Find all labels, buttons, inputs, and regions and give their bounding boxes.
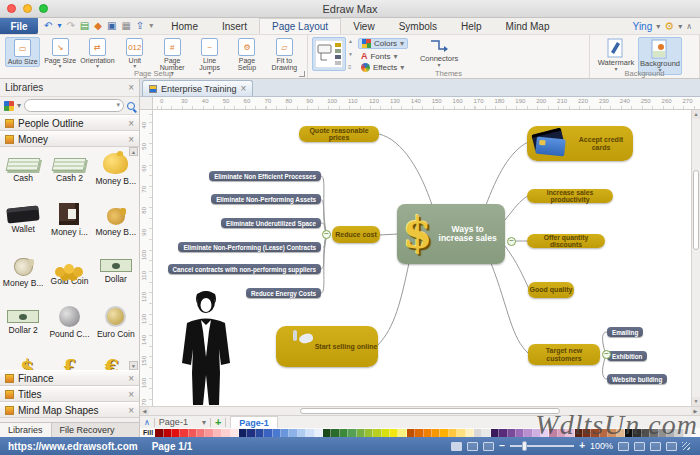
save-icon[interactable]: ▣ xyxy=(107,21,116,31)
close-library-icon[interactable]: × xyxy=(128,118,134,129)
color-swatch[interactable] xyxy=(323,429,331,437)
ribbon-button[interactable]: ▱ Fit to Drawing xyxy=(267,37,302,72)
tab-help[interactable]: Help xyxy=(449,18,494,34)
color-swatch[interactable] xyxy=(449,429,457,437)
color-swatch[interactable] xyxy=(273,429,281,437)
color-swatch[interactable] xyxy=(231,429,239,437)
currency-shape-item[interactable]: € xyxy=(105,355,119,370)
color-swatch[interactable] xyxy=(298,429,306,437)
collapse-branch-icon[interactable] xyxy=(322,230,331,239)
close-library-icon[interactable]: × xyxy=(128,405,134,416)
color-swatch[interactable] xyxy=(281,429,289,437)
scroll-down-icon[interactable]: ▼ xyxy=(692,397,700,406)
library-shape-item[interactable]: Pound C... xyxy=(46,304,92,355)
color-swatch[interactable] xyxy=(516,429,524,437)
color-swatch[interactable] xyxy=(264,429,272,437)
grid-scroll-up-icon[interactable]: ▲ xyxy=(129,147,138,156)
print-icon[interactable]: ▦ xyxy=(121,21,130,31)
color-swatch[interactable] xyxy=(239,429,247,437)
fullscreen-icon[interactable] xyxy=(650,442,661,451)
mindmap-topic-offer-discounts[interactable]: Offer quantity discounts xyxy=(527,234,605,248)
library-shape-item[interactable]: Euro Coin xyxy=(93,304,139,355)
collapse-pages-icon[interactable]: ∧ xyxy=(144,418,150,427)
document-tab[interactable]: Enterprise Training × xyxy=(142,80,253,96)
color-swatch[interactable] xyxy=(382,429,390,437)
colors-button[interactable]: Colors ▾ xyxy=(358,38,408,49)
tab-insert[interactable]: Insert xyxy=(210,18,259,34)
horizontal-scroll-thumb[interactable] xyxy=(300,408,560,414)
ribbon-button[interactable]: ⚙ Page Setup xyxy=(229,37,264,72)
color-swatch[interactable] xyxy=(482,429,490,437)
tab-page-layout[interactable]: Page Layout xyxy=(259,18,341,34)
fit-width-icon[interactable] xyxy=(634,442,645,451)
color-swatch[interactable] xyxy=(164,429,172,437)
new-drawing-icon[interactable]: ▤ xyxy=(80,21,89,31)
color-swatch[interactable] xyxy=(247,429,255,437)
scroll-up-icon[interactable]: ▲ xyxy=(692,110,700,119)
user-account-label[interactable]: Ying xyxy=(633,21,653,32)
undo-dropdown-icon[interactable]: ▾ xyxy=(57,21,61,31)
color-swatch[interactable] xyxy=(457,429,465,437)
library-shape-item[interactable]: Cash 2 xyxy=(46,151,92,202)
scroll-left-icon[interactable]: ◀ xyxy=(140,407,149,415)
mindmap-subtopic[interactable]: Eliminate Non-Performing Assets xyxy=(211,194,321,204)
ribbon-button[interactable]: ▭ Auto Size xyxy=(5,37,40,67)
color-swatch[interactable] xyxy=(331,429,339,437)
zoom-slider-thumb[interactable] xyxy=(522,441,527,451)
mindmap-subtopic[interactable]: Eliminate Underutilized Space xyxy=(221,218,321,228)
vertical-scrollbar[interactable]: ▲ ▼ xyxy=(691,110,700,406)
ribbon-button[interactable]: ↘ Page Size ▾ xyxy=(42,37,77,69)
collapse-branch-icon[interactable] xyxy=(507,237,516,246)
clip-gallery-icon[interactable]: ◆ xyxy=(94,21,102,31)
watermark-button[interactable]: Watermark ▾ xyxy=(594,37,638,73)
drawing-canvas[interactable]: Quote reasonable prices Accept credit ca… xyxy=(153,110,691,406)
tab-view[interactable]: View xyxy=(341,18,387,34)
ribbon-button[interactable]: ⇄ Orientation ▾ xyxy=(80,37,115,69)
redo-icon[interactable]: ↷ xyxy=(66,21,74,31)
mindmap-subtopic[interactable]: Reduce Energy Costs xyxy=(246,288,321,298)
color-swatch[interactable] xyxy=(466,429,474,437)
vertical-scroll-thumb[interactable] xyxy=(693,170,699,250)
color-swatch[interactable] xyxy=(407,429,415,437)
color-swatch[interactable] xyxy=(508,429,516,437)
gear-icon[interactable]: ⚙ xyxy=(664,20,674,33)
mindmap-topic-start-selling-online[interactable]: Start selling online xyxy=(276,326,378,367)
library-menu-dropdown-icon[interactable]: ▾ xyxy=(17,101,21,110)
undo-icon[interactable]: ↶ xyxy=(44,21,52,31)
fit-view-icon[interactable] xyxy=(467,442,478,451)
color-swatch[interactable] xyxy=(172,429,180,437)
mindmap-subtopic[interactable]: Cancel contracts with non-performing sup… xyxy=(168,264,321,274)
gallery-down-icon[interactable]: ▼ xyxy=(348,51,353,57)
library-shape-item[interactable]: Wallet xyxy=(0,202,46,253)
tab-mind-map[interactable]: Mind Map xyxy=(494,18,562,34)
grid-scroll-down-icon[interactable]: ▼ xyxy=(129,361,138,370)
zoom-slider[interactable] xyxy=(510,445,574,447)
color-swatch[interactable] xyxy=(524,429,532,437)
mindmap-subtopic[interactable]: Exhibition xyxy=(607,351,647,361)
color-swatch[interactable] xyxy=(155,429,163,437)
customize-toolbar-icon[interactable]: ▾ xyxy=(149,21,153,31)
close-library-icon[interactable]: × xyxy=(128,389,134,400)
export-icon[interactable]: ⇪ xyxy=(136,21,144,31)
tab-symbols[interactable]: Symbols xyxy=(387,18,449,34)
ribbon-button[interactable]: 012 Unit ▾ xyxy=(117,37,152,69)
website-url[interactable]: https://www.edrawsoft.com xyxy=(8,441,138,452)
color-swatch[interactable] xyxy=(205,429,213,437)
mindmap-topic-quote[interactable]: Quote reasonable prices xyxy=(299,126,379,142)
section-money[interactable]: Money × xyxy=(0,131,139,147)
color-swatch[interactable] xyxy=(222,429,230,437)
connectors-button[interactable]: Connectors ▾ xyxy=(417,37,461,69)
presentation-icon[interactable] xyxy=(666,442,677,451)
dialog-launcher-icon[interactable] xyxy=(299,71,305,77)
add-page-button[interactable]: + xyxy=(215,416,221,428)
normal-view-icon[interactable] xyxy=(451,442,462,451)
color-swatch[interactable] xyxy=(340,429,348,437)
collapse-ribbon-icon[interactable]: ∧ xyxy=(686,22,692,31)
user-dropdown-icon[interactable]: ▾ xyxy=(656,22,660,31)
tab-home[interactable]: Home xyxy=(159,18,210,34)
library-shape-item[interactable]: Dollar xyxy=(93,253,139,304)
close-library-icon[interactable]: × xyxy=(128,134,134,145)
mindmap-subtopic[interactable]: Website building xyxy=(607,374,667,384)
color-swatch[interactable] xyxy=(189,429,197,437)
page-selector[interactable]: Page-1 ▾ xyxy=(159,417,206,427)
